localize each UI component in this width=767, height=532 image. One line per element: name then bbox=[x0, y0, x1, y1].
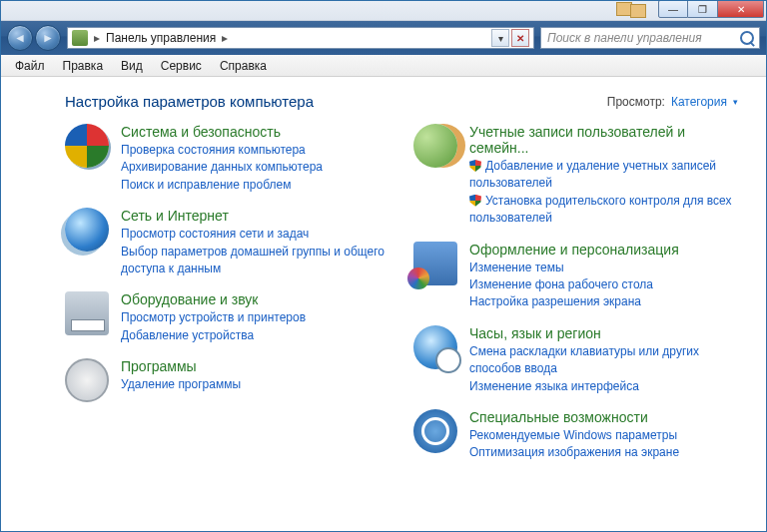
category-link[interactable]: Настройка разрешения экрана bbox=[469, 293, 679, 310]
search-icon[interactable] bbox=[740, 31, 754, 45]
category-body: Учетные записи пользователей и семейн...… bbox=[469, 124, 738, 228]
address-stop-button[interactable]: ✕ bbox=[511, 29, 529, 47]
menu-help[interactable]: Справка bbox=[212, 57, 275, 75]
address-dropdown-button[interactable]: ▾ bbox=[491, 29, 509, 47]
maximize-button[interactable]: ❐ bbox=[688, 0, 718, 18]
chevron-down-icon[interactable]: ▾ bbox=[733, 97, 738, 107]
category-title[interactable]: Оформление и персонализация bbox=[469, 242, 679, 258]
close-button[interactable]: ✕ bbox=[718, 0, 764, 18]
view-by: Просмотр: Категория ▾ bbox=[607, 95, 738, 109]
category-link[interactable]: Проверка состояния компьютера bbox=[121, 142, 323, 159]
menu-bar: Файл Правка Вид Сервис Справка bbox=[1, 55, 766, 77]
breadcrumb-control-panel[interactable]: Панель управления bbox=[106, 31, 216, 45]
forward-button[interactable]: ► bbox=[35, 25, 61, 51]
category-link[interactable]: Поиск и исправление проблем bbox=[121, 177, 323, 194]
user-accounts-family-icon[interactable] bbox=[413, 124, 457, 168]
minimize-button[interactable]: — bbox=[658, 0, 688, 18]
control-panel-icon bbox=[72, 30, 88, 46]
search-input[interactable]: Поиск в панели управления bbox=[540, 27, 760, 49]
category-body: Система и безопасностьПроверка состояния… bbox=[121, 124, 323, 194]
category-appearance-personalization: Оформление и персонализацияИзменение тем… bbox=[413, 242, 738, 311]
hardware-sound-icon[interactable] bbox=[65, 291, 109, 335]
category-body: Часы, язык и регионСмена раскладки клави… bbox=[469, 325, 738, 395]
category-link[interactable]: Просмотр устройств и принтеров bbox=[121, 309, 306, 326]
network-internet-icon[interactable] bbox=[65, 208, 109, 252]
cascade-icon[interactable] bbox=[630, 4, 646, 18]
page-title: Настройка параметров компьютера bbox=[65, 93, 314, 110]
category-body: Сеть и ИнтернетПросмотр состояния сети и… bbox=[121, 208, 389, 277]
category-network-internet: Сеть и ИнтернетПросмотр состояния сети и… bbox=[65, 208, 389, 277]
menu-tools[interactable]: Сервис bbox=[153, 57, 210, 75]
category-title[interactable]: Оборудование и звук bbox=[121, 291, 306, 307]
category-link[interactable]: Добавление и удаление учетных записей по… bbox=[469, 158, 738, 193]
category-body: Оборудование и звукПросмотр устройств и … bbox=[121, 291, 306, 344]
category-system-security: Система и безопасностьПроверка состояния… bbox=[65, 124, 389, 194]
category-title[interactable]: Система и безопасность bbox=[121, 124, 323, 140]
category-link[interactable]: Изменение языка интерфейса bbox=[469, 378, 738, 395]
category-clock-language-region: Часы, язык и регионСмена раскладки клави… bbox=[413, 325, 738, 395]
view-by-value[interactable]: Категория bbox=[671, 95, 727, 109]
category-link[interactable]: Изменение темы bbox=[469, 260, 679, 276]
category-title[interactable]: Учетные записи пользователей и семейн... bbox=[469, 124, 738, 156]
category-body: Оформление и персонализацияИзменение тем… bbox=[469, 242, 679, 311]
window-extra-icons bbox=[616, 2, 650, 16]
window-controls: — ❐ ✕ bbox=[658, 0, 764, 18]
category-hardware-sound: Оборудование и звукПросмотр устройств и … bbox=[65, 291, 389, 344]
category-title[interactable]: Сеть и Интернет bbox=[121, 208, 389, 224]
breadcrumb-sep: ▸ bbox=[222, 31, 228, 45]
category-link[interactable]: Просмотр состояния сети и задач bbox=[121, 226, 389, 243]
clock-language-region-icon[interactable] bbox=[413, 325, 457, 369]
category-link[interactable]: Смена раскладки клавиатуры или других сп… bbox=[469, 343, 738, 378]
category-link[interactable]: Изменение фона рабочего стола bbox=[469, 276, 679, 293]
category-programs: ПрограммыУдаление программы bbox=[65, 358, 389, 402]
back-button[interactable]: ◄ bbox=[7, 25, 33, 51]
system-security-icon[interactable] bbox=[65, 124, 109, 168]
category-user-accounts-family: Учетные записи пользователей и семейн...… bbox=[413, 124, 738, 228]
appearance-personalization-icon[interactable] bbox=[413, 242, 457, 285]
category-title[interactable]: Специальные возможности bbox=[469, 409, 679, 425]
category-ease-of-access: Специальные возможностиРекомендуемые Win… bbox=[413, 409, 738, 462]
category-column-right: Учетные записи пользователей и семейн...… bbox=[413, 124, 738, 476]
menu-edit[interactable]: Правка bbox=[55, 57, 112, 75]
view-by-label: Просмотр: bbox=[607, 95, 665, 109]
category-body: Специальные возможностиРекомендуемые Win… bbox=[469, 409, 679, 462]
category-link[interactable]: Оптимизация изображения на экране bbox=[469, 444, 679, 461]
category-title[interactable]: Программы bbox=[121, 358, 241, 374]
category-link[interactable]: Удаление программы bbox=[121, 376, 241, 393]
category-column-left: Система и безопасностьПроверка состояния… bbox=[65, 124, 389, 476]
menu-file[interactable]: Файл bbox=[7, 57, 53, 75]
address-bar[interactable]: ▸ Панель управления ▸ ▾ ✕ bbox=[67, 27, 534, 49]
ease-of-access-icon[interactable] bbox=[413, 409, 457, 453]
category-body: ПрограммыУдаление программы bbox=[121, 358, 241, 402]
menu-view[interactable]: Вид bbox=[113, 57, 151, 75]
category-link[interactable]: Установка родительского контроля для все… bbox=[469, 193, 738, 228]
content-area: Настройка параметров компьютера Просмотр… bbox=[1, 77, 766, 531]
breadcrumb-sep: ▸ bbox=[94, 31, 100, 45]
search-placeholder: Поиск в панели управления bbox=[547, 31, 702, 45]
programs-icon[interactable] bbox=[65, 358, 109, 402]
category-link[interactable]: Архивирование данных компьютера bbox=[121, 159, 323, 176]
category-title[interactable]: Часы, язык и регион bbox=[469, 325, 738, 341]
category-link[interactable]: Выбор параметров домашней группы и общег… bbox=[121, 244, 389, 278]
navigation-bar: ◄ ► ▸ Панель управления ▸ ▾ ✕ Поиск в па… bbox=[1, 21, 766, 55]
category-link[interactable]: Рекомендуемые Windows параметры bbox=[469, 427, 679, 444]
title-bar: — ❐ ✕ bbox=[1, 1, 766, 21]
category-link[interactable]: Добавление устройства bbox=[121, 327, 306, 344]
